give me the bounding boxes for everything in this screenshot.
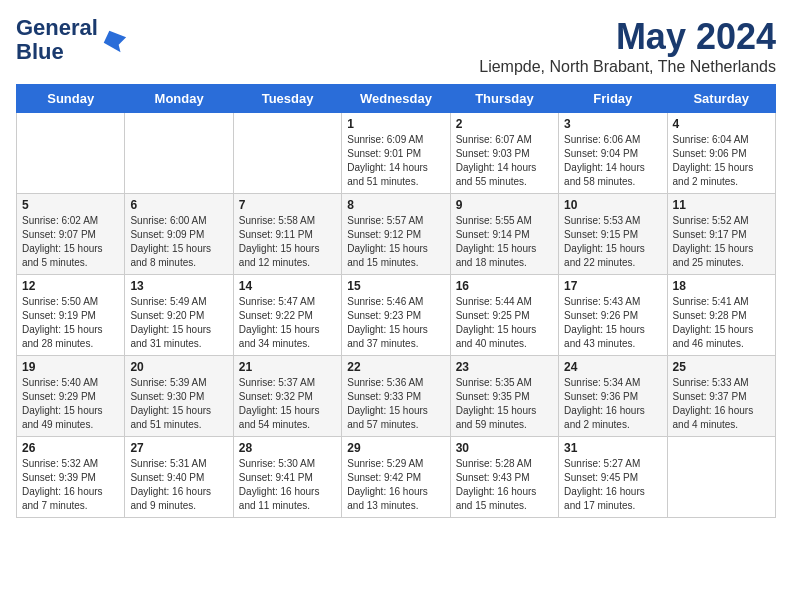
- weekday-header-row: SundayMondayTuesdayWednesdayThursdayFrid…: [17, 85, 776, 113]
- day-number: 22: [347, 360, 444, 374]
- day-info: Sunrise: 5:46 AM Sunset: 9:23 PM Dayligh…: [347, 295, 444, 351]
- day-number: 30: [456, 441, 553, 455]
- day-number: 13: [130, 279, 227, 293]
- weekday-header: Sunday: [17, 85, 125, 113]
- day-number: 4: [673, 117, 770, 131]
- calendar-cell: 5Sunrise: 6:02 AM Sunset: 9:07 PM Daylig…: [17, 194, 125, 275]
- day-info: Sunrise: 5:36 AM Sunset: 9:33 PM Dayligh…: [347, 376, 444, 432]
- day-number: 31: [564, 441, 661, 455]
- calendar-week-row: 26Sunrise: 5:32 AM Sunset: 9:39 PM Dayli…: [17, 437, 776, 518]
- day-info: Sunrise: 5:57 AM Sunset: 9:12 PM Dayligh…: [347, 214, 444, 270]
- calendar-cell: 19Sunrise: 5:40 AM Sunset: 9:29 PM Dayli…: [17, 356, 125, 437]
- calendar-week-row: 1Sunrise: 6:09 AM Sunset: 9:01 PM Daylig…: [17, 113, 776, 194]
- calendar-cell: 17Sunrise: 5:43 AM Sunset: 9:26 PM Dayli…: [559, 275, 667, 356]
- day-number: 7: [239, 198, 336, 212]
- logo-text: GeneralBlue: [16, 16, 98, 64]
- day-info: Sunrise: 5:52 AM Sunset: 9:17 PM Dayligh…: [673, 214, 770, 270]
- calendar-cell: 28Sunrise: 5:30 AM Sunset: 9:41 PM Dayli…: [233, 437, 341, 518]
- day-number: 29: [347, 441, 444, 455]
- day-info: Sunrise: 6:02 AM Sunset: 9:07 PM Dayligh…: [22, 214, 119, 270]
- calendar-cell: 15Sunrise: 5:46 AM Sunset: 9:23 PM Dayli…: [342, 275, 450, 356]
- day-number: 17: [564, 279, 661, 293]
- calendar-cell: 9Sunrise: 5:55 AM Sunset: 9:14 PM Daylig…: [450, 194, 558, 275]
- day-info: Sunrise: 5:33 AM Sunset: 9:37 PM Dayligh…: [673, 376, 770, 432]
- svg-marker-0: [104, 31, 126, 52]
- day-info: Sunrise: 5:32 AM Sunset: 9:39 PM Dayligh…: [22, 457, 119, 513]
- day-info: Sunrise: 5:53 AM Sunset: 9:15 PM Dayligh…: [564, 214, 661, 270]
- calendar-cell: [667, 437, 775, 518]
- calendar-cell: [17, 113, 125, 194]
- day-number: 6: [130, 198, 227, 212]
- day-number: 12: [22, 279, 119, 293]
- calendar-cell: [125, 113, 233, 194]
- calendar-table: SundayMondayTuesdayWednesdayThursdayFrid…: [16, 84, 776, 518]
- day-info: Sunrise: 5:40 AM Sunset: 9:29 PM Dayligh…: [22, 376, 119, 432]
- day-info: Sunrise: 6:04 AM Sunset: 9:06 PM Dayligh…: [673, 133, 770, 189]
- day-number: 25: [673, 360, 770, 374]
- day-info: Sunrise: 5:49 AM Sunset: 9:20 PM Dayligh…: [130, 295, 227, 351]
- month-title: May 2024: [479, 16, 776, 58]
- calendar-week-row: 5Sunrise: 6:02 AM Sunset: 9:07 PM Daylig…: [17, 194, 776, 275]
- day-number: 8: [347, 198, 444, 212]
- day-info: Sunrise: 5:55 AM Sunset: 9:14 PM Dayligh…: [456, 214, 553, 270]
- day-info: Sunrise: 5:44 AM Sunset: 9:25 PM Dayligh…: [456, 295, 553, 351]
- day-info: Sunrise: 6:06 AM Sunset: 9:04 PM Dayligh…: [564, 133, 661, 189]
- day-info: Sunrise: 6:00 AM Sunset: 9:09 PM Dayligh…: [130, 214, 227, 270]
- day-number: 9: [456, 198, 553, 212]
- calendar-week-row: 12Sunrise: 5:50 AM Sunset: 9:19 PM Dayli…: [17, 275, 776, 356]
- calendar-cell: 4Sunrise: 6:04 AM Sunset: 9:06 PM Daylig…: [667, 113, 775, 194]
- calendar-cell: 13Sunrise: 5:49 AM Sunset: 9:20 PM Dayli…: [125, 275, 233, 356]
- day-info: Sunrise: 5:30 AM Sunset: 9:41 PM Dayligh…: [239, 457, 336, 513]
- day-number: 24: [564, 360, 661, 374]
- day-info: Sunrise: 5:28 AM Sunset: 9:43 PM Dayligh…: [456, 457, 553, 513]
- day-number: 19: [22, 360, 119, 374]
- calendar-cell: 25Sunrise: 5:33 AM Sunset: 9:37 PM Dayli…: [667, 356, 775, 437]
- weekday-header: Wednesday: [342, 85, 450, 113]
- calendar-cell: 20Sunrise: 5:39 AM Sunset: 9:30 PM Dayli…: [125, 356, 233, 437]
- day-number: 10: [564, 198, 661, 212]
- day-info: Sunrise: 6:09 AM Sunset: 9:01 PM Dayligh…: [347, 133, 444, 189]
- day-info: Sunrise: 5:35 AM Sunset: 9:35 PM Dayligh…: [456, 376, 553, 432]
- day-number: 23: [456, 360, 553, 374]
- day-number: 20: [130, 360, 227, 374]
- day-number: 14: [239, 279, 336, 293]
- weekday-header: Monday: [125, 85, 233, 113]
- day-number: 18: [673, 279, 770, 293]
- calendar-cell: 30Sunrise: 5:28 AM Sunset: 9:43 PM Dayli…: [450, 437, 558, 518]
- calendar-cell: 2Sunrise: 6:07 AM Sunset: 9:03 PM Daylig…: [450, 113, 558, 194]
- logo-icon: [100, 26, 128, 54]
- day-info: Sunrise: 5:47 AM Sunset: 9:22 PM Dayligh…: [239, 295, 336, 351]
- calendar-cell: 27Sunrise: 5:31 AM Sunset: 9:40 PM Dayli…: [125, 437, 233, 518]
- day-number: 11: [673, 198, 770, 212]
- calendar-cell: 18Sunrise: 5:41 AM Sunset: 9:28 PM Dayli…: [667, 275, 775, 356]
- calendar-cell: 16Sunrise: 5:44 AM Sunset: 9:25 PM Dayli…: [450, 275, 558, 356]
- location-text: Liempde, North Brabant, The Netherlands: [479, 58, 776, 76]
- weekday-header: Tuesday: [233, 85, 341, 113]
- calendar-cell: 23Sunrise: 5:35 AM Sunset: 9:35 PM Dayli…: [450, 356, 558, 437]
- day-number: 21: [239, 360, 336, 374]
- day-info: Sunrise: 5:39 AM Sunset: 9:30 PM Dayligh…: [130, 376, 227, 432]
- day-info: Sunrise: 5:41 AM Sunset: 9:28 PM Dayligh…: [673, 295, 770, 351]
- day-info: Sunrise: 5:43 AM Sunset: 9:26 PM Dayligh…: [564, 295, 661, 351]
- day-number: 5: [22, 198, 119, 212]
- calendar-cell: 26Sunrise: 5:32 AM Sunset: 9:39 PM Dayli…: [17, 437, 125, 518]
- weekday-header: Thursday: [450, 85, 558, 113]
- calendar-cell: 31Sunrise: 5:27 AM Sunset: 9:45 PM Dayli…: [559, 437, 667, 518]
- day-info: Sunrise: 5:31 AM Sunset: 9:40 PM Dayligh…: [130, 457, 227, 513]
- calendar-cell: 3Sunrise: 6:06 AM Sunset: 9:04 PM Daylig…: [559, 113, 667, 194]
- day-info: Sunrise: 5:29 AM Sunset: 9:42 PM Dayligh…: [347, 457, 444, 513]
- day-info: Sunrise: 5:50 AM Sunset: 9:19 PM Dayligh…: [22, 295, 119, 351]
- day-number: 1: [347, 117, 444, 131]
- calendar-cell: 8Sunrise: 5:57 AM Sunset: 9:12 PM Daylig…: [342, 194, 450, 275]
- calendar-week-row: 19Sunrise: 5:40 AM Sunset: 9:29 PM Dayli…: [17, 356, 776, 437]
- calendar-cell: 29Sunrise: 5:29 AM Sunset: 9:42 PM Dayli…: [342, 437, 450, 518]
- calendar-cell: 21Sunrise: 5:37 AM Sunset: 9:32 PM Dayli…: [233, 356, 341, 437]
- day-number: 26: [22, 441, 119, 455]
- page-header: GeneralBlue May 2024 Liempde, North Brab…: [16, 16, 776, 76]
- calendar-cell: 22Sunrise: 5:36 AM Sunset: 9:33 PM Dayli…: [342, 356, 450, 437]
- day-number: 16: [456, 279, 553, 293]
- calendar-cell: 10Sunrise: 5:53 AM Sunset: 9:15 PM Dayli…: [559, 194, 667, 275]
- day-info: Sunrise: 5:27 AM Sunset: 9:45 PM Dayligh…: [564, 457, 661, 513]
- calendar-cell: 1Sunrise: 6:09 AM Sunset: 9:01 PM Daylig…: [342, 113, 450, 194]
- logo: GeneralBlue: [16, 16, 128, 64]
